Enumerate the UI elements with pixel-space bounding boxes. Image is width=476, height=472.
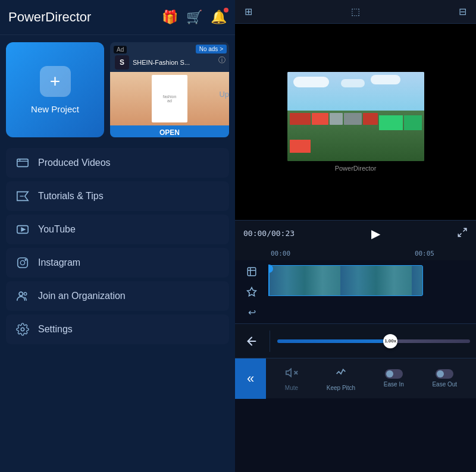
svg-point-12: [21, 328, 24, 331]
back-nav-icon: «: [247, 371, 254, 386]
ad-logo: S: [115, 55, 129, 70]
video-thumbnail: [287, 72, 424, 161]
instagram-label: Instagram: [38, 257, 80, 268]
up-label: Up: [219, 90, 229, 99]
mute-label: Mute: [285, 385, 298, 391]
sidebar-item-youtube[interactable]: YouTube: [6, 215, 229, 244]
time-display: 00:00/00:23: [243, 229, 295, 238]
youtube-icon: [15, 223, 30, 236]
timeline-undo-icon[interactable]: ↩: [248, 307, 256, 318]
toolbar-tools: Mute Keep Pitch Ease In: [266, 366, 476, 391]
bottom-toolbar: « Mute: [235, 358, 476, 398]
timeline-ruler: 00:00 00:05: [235, 246, 476, 260]
app-title: PowerDirector: [8, 10, 162, 25]
tutorials-icon: [15, 190, 30, 203]
settings-icon: [15, 323, 30, 336]
instagram-icon: [15, 256, 30, 269]
svg-point-9: [25, 259, 26, 260]
info-icon[interactable]: ⓘ: [218, 55, 226, 65]
timeline-effect-icon[interactable]: [246, 287, 257, 300]
right-top-bar: ⊞ ⬚ ⊟: [235, 0, 476, 24]
ease-in-toggle[interactable]: [385, 369, 403, 379]
ad-badge: Ad: [114, 46, 127, 54]
ruler-mark-end: 00:05: [353, 250, 441, 257]
mute-tool[interactable]: Mute: [285, 366, 298, 391]
speed-thumb[interactable]: 1.00x: [383, 334, 397, 348]
ease-out-label: Ease Out: [432, 381, 457, 388]
sidebar-item-instagram[interactable]: Instagram: [6, 248, 229, 278]
svg-marker-18: [248, 287, 256, 295]
cards-row: + New Project No ads > Ad ⓘ S SHEIN-Fash…: [0, 35, 235, 144]
open-button[interactable]: OPEN: [110, 125, 229, 137]
ease-in-knob: [386, 370, 393, 377]
ad-image-inner: fashionad: [152, 75, 187, 122]
keep-pitch-tool[interactable]: Keep Pitch: [327, 366, 355, 391]
gift-icon[interactable]: 🎁: [162, 10, 178, 25]
clip-thumbnail: [269, 266, 422, 295]
crop-icon[interactable]: ⬚: [351, 6, 360, 17]
timeline-sidebar: ↩: [235, 260, 268, 323]
svg-rect-0: [17, 159, 28, 167]
app-header: PowerDirector 🎁 🛒 🔔: [0, 0, 235, 35]
produced-videos-icon: [15, 156, 30, 169]
track-clip[interactable]: [268, 265, 423, 296]
svg-rect-15: [248, 268, 256, 276]
play-button[interactable]: ▶: [300, 224, 451, 243]
produced-videos-label: Produced Videos: [38, 158, 111, 168]
ease-out-toggle[interactable]: [436, 369, 453, 379]
sky-area: [287, 72, 424, 111]
join-org-icon: [15, 290, 30, 303]
menu-list: Produced Videos Tutorials & Tips YouTube: [0, 144, 235, 472]
ease-in-tool[interactable]: Ease In: [384, 369, 404, 388]
youtube-label: YouTube: [38, 224, 76, 235]
ease-out-knob: [437, 370, 444, 377]
ease-in-label: Ease In: [384, 381, 404, 388]
back-nav-button[interactable]: «: [235, 358, 266, 399]
player-controls: 00:00/00:23 ▶: [235, 220, 476, 246]
svg-line-13: [464, 228, 466, 231]
sidebar-item-join-org[interactable]: Join an Organization: [6, 281, 229, 311]
ad-image: fashionad: [110, 72, 229, 125]
watermark: PowerDirector: [335, 165, 377, 172]
new-project-card[interactable]: + New Project: [6, 42, 104, 137]
keep-pitch-label: Keep Pitch: [327, 385, 355, 391]
new-project-label: New Project: [31, 104, 79, 114]
playhead: [268, 265, 270, 296]
sidebar-item-produced-videos[interactable]: Produced Videos: [6, 148, 229, 178]
rooftop-area: [287, 111, 424, 161]
fullscreen-button[interactable]: [457, 227, 468, 240]
timeline-grid-icon[interactable]: [246, 266, 257, 279]
ad-card[interactable]: No ads > Ad ⓘ S SHEIN-Fashion S... fashi…: [110, 42, 229, 137]
svg-point-11: [24, 292, 27, 295]
speed-slider[interactable]: 1.00x: [277, 339, 470, 343]
video-track: [268, 265, 476, 296]
svg-marker-6: [21, 228, 25, 231]
bell-icon[interactable]: 🔔: [211, 10, 227, 25]
timeline-area: 00:00 00:05 ↩: [235, 246, 476, 323]
ruler-mark-start: 00:00: [271, 250, 353, 257]
ease-out-tool[interactable]: Ease Out: [432, 369, 457, 388]
svg-point-8: [20, 260, 24, 265]
notification-dot: [224, 8, 228, 12]
speed-control: 1.00x: [235, 323, 476, 358]
right-panel: ⊞ ⬚ ⊟: [235, 0, 476, 472]
header-icons: 🎁 🛒 🔔: [162, 10, 227, 25]
svg-marker-19: [286, 369, 291, 376]
tutorials-label: Tutorials & Tips: [38, 191, 104, 202]
sidebar-item-tutorials[interactable]: Tutorials & Tips: [6, 181, 229, 211]
left-panel: PowerDirector 🎁 🛒 🔔 + New Project No ads…: [0, 0, 235, 472]
no-ads-button[interactable]: No ads >: [196, 45, 227, 54]
ad-name: SHEIN-Fashion S...: [133, 59, 224, 66]
plus-icon: +: [40, 66, 71, 97]
svg-point-10: [19, 292, 23, 295]
speed-track: 1.00x: [277, 339, 470, 343]
export-icon[interactable]: ⊟: [459, 6, 466, 17]
speed-divider: [270, 331, 270, 352]
timeline-track-area[interactable]: [268, 260, 476, 323]
cart-icon[interactable]: 🛒: [186, 10, 202, 25]
back-button[interactable]: [241, 331, 262, 352]
sidebar-item-settings[interactable]: Settings: [6, 314, 229, 344]
video-preview-area: PowerDirector: [235, 24, 476, 220]
mute-icon: [285, 366, 298, 382]
grid-icon[interactable]: ⊞: [245, 6, 252, 17]
